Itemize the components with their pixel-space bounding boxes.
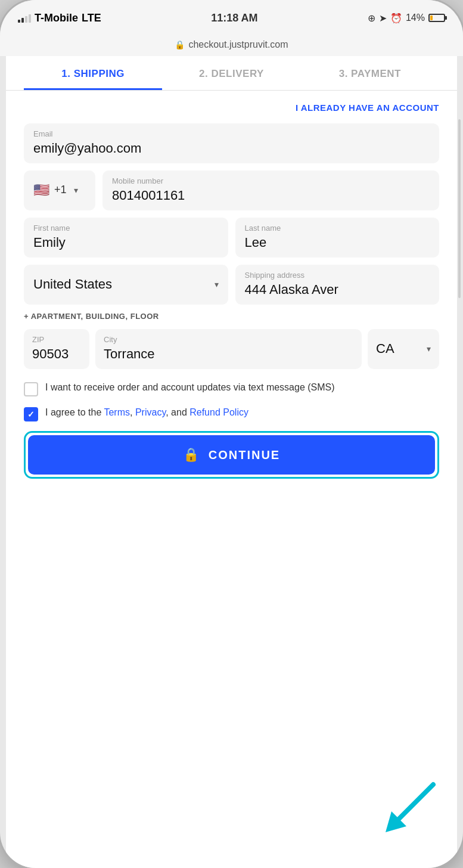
signal-bars [18, 13, 31, 23]
signal-bar-2 [21, 18, 24, 23]
first-name-value: Emily [33, 235, 219, 250]
mobile-value: 8014001161 [112, 188, 430, 203]
signal-bar-1 [18, 20, 20, 23]
continue-label: CONTINUE [209, 448, 280, 462]
terms-prefix: I agree to the [45, 407, 104, 417]
inner-content: I ALREADY HAVE AN ACCOUNT Email emily@ya… [6, 91, 457, 868]
location-icon: ➤ [379, 13, 387, 24]
signal-bar-3 [25, 16, 27, 23]
shipping-address-value: 444 Alaska Aver [245, 282, 430, 297]
compass-icon: ⊕ [368, 13, 375, 24]
alarm-icon: ⏰ [390, 13, 402, 24]
status-right: ⊕ ➤ ⏰ 14% [368, 13, 445, 24]
zip-value: 90503 [32, 346, 81, 362]
last-name-field[interactable]: Last name Lee [235, 218, 440, 258]
terms-checkbox[interactable] [24, 407, 38, 421]
url-text: checkout.justpruvit.com [188, 39, 288, 50]
email-label: Email [33, 129, 430, 138]
city-field[interactable]: City Torrance [95, 329, 362, 369]
country-code-selector[interactable]: 🇺🇸 +1 ▾ [24, 170, 95, 210]
phone-row: 🇺🇸 +1 ▾ Mobile number 8014001161 [24, 170, 439, 210]
battery-container [428, 14, 445, 22]
terms-link[interactable]: Terms [104, 407, 130, 417]
tab-shipping[interactable]: 1. Shipping [24, 56, 162, 90]
lock-button-icon: 🔒 [183, 447, 200, 463]
dialing-code: +1 [54, 184, 67, 196]
signal-bar-4 [29, 14, 31, 23]
country-value: United States [33, 277, 112, 292]
first-name-label: First name [33, 224, 219, 232]
first-name-field[interactable]: First name Emily [24, 218, 228, 258]
name-row: First name Emily Last name Lee [24, 218, 439, 258]
zip-label: ZIP [32, 335, 81, 344]
country-flag: 🇺🇸 [33, 182, 49, 198]
last-name-label: Last name [245, 224, 430, 232]
city-label: City [104, 335, 353, 344]
chevron-down-icon: ▾ [215, 280, 219, 289]
terms-and: , and [166, 407, 189, 417]
sms-checkbox-row: I want to receive order and account upda… [24, 381, 439, 396]
status-left: T-Mobile LTE [18, 12, 101, 24]
arrow-annotation [380, 779, 439, 838]
content-area: 1. Shipping 2. Delivery 3. Payment I ALR… [6, 56, 457, 868]
lock-icon: 🔒 [175, 40, 185, 49]
url-bar: 🔒 checkout.justpruvit.com [0, 36, 463, 56]
zip-field[interactable]: ZIP 90503 [24, 329, 89, 369]
carrier-label: T-Mobile [35, 12, 78, 24]
privacy-link[interactable]: Privacy [135, 407, 166, 417]
city-value: Torrance [104, 346, 353, 362]
shipping-address-label: Shipping address [245, 271, 430, 280]
tabs-row: 1. Shipping 2. Delivery 3. Payment [6, 56, 457, 91]
terms-comma: , [130, 407, 132, 417]
terms-checkbox-row: I agree to the Terms, Privacy, and Refun… [24, 406, 439, 421]
sms-checkbox-label: I want to receive order and account upda… [45, 381, 335, 394]
country-selector[interactable]: United States ▾ [24, 265, 228, 305]
terms-checkbox-label: I agree to the Terms, Privacy, and Refun… [45, 406, 248, 419]
state-selector[interactable]: CA ▾ [368, 329, 439, 369]
battery-icon [428, 14, 445, 22]
continue-button[interactable]: 🔒 CONTINUE [28, 435, 435, 475]
already-account-link[interactable]: I ALREADY HAVE AN ACCOUNT [24, 103, 439, 113]
battery-percent: 14% [406, 13, 425, 23]
network-label: LTE [82, 12, 101, 24]
clock: 11:18 AM [211, 12, 257, 24]
country-address-row: United States ▾ Shipping address 444 Ala… [24, 265, 439, 305]
chevron-down-icon: ▾ [427, 344, 431, 354]
tab-delivery[interactable]: 2. Delivery [162, 56, 300, 90]
last-name-value: Lee [245, 235, 430, 250]
zip-city-state-row: ZIP 90503 City Torrance CA ▾ [24, 329, 439, 369]
refund-link[interactable]: Refund Policy [189, 407, 248, 417]
mobile-number-field[interactable]: Mobile number 8014001161 [102, 170, 439, 210]
status-bar: T-Mobile LTE 11:18 AM ⊕ ➤ ⏰ 14% [0, 0, 463, 36]
battery-fill [430, 16, 433, 20]
chevron-down-icon: ▾ [74, 185, 78, 195]
phone-frame: T-Mobile LTE 11:18 AM ⊕ ➤ ⏰ 14% 🔒 checko… [0, 0, 463, 868]
email-value: emily@yahoo.com [33, 141, 430, 156]
email-field[interactable]: Email emily@yahoo.com [24, 123, 439, 163]
shipping-address-field[interactable]: Shipping address 444 Alaska Aver [235, 265, 440, 305]
state-value: CA [376, 341, 394, 356]
sms-checkbox[interactable] [24, 382, 38, 396]
tab-payment[interactable]: 3. Payment [301, 56, 439, 90]
apartment-link[interactable]: + APARTMENT, BUILDING, FLOOR [24, 312, 439, 321]
mobile-label: Mobile number [112, 176, 430, 185]
continue-wrapper: 🔒 CONTINUE [24, 431, 439, 479]
